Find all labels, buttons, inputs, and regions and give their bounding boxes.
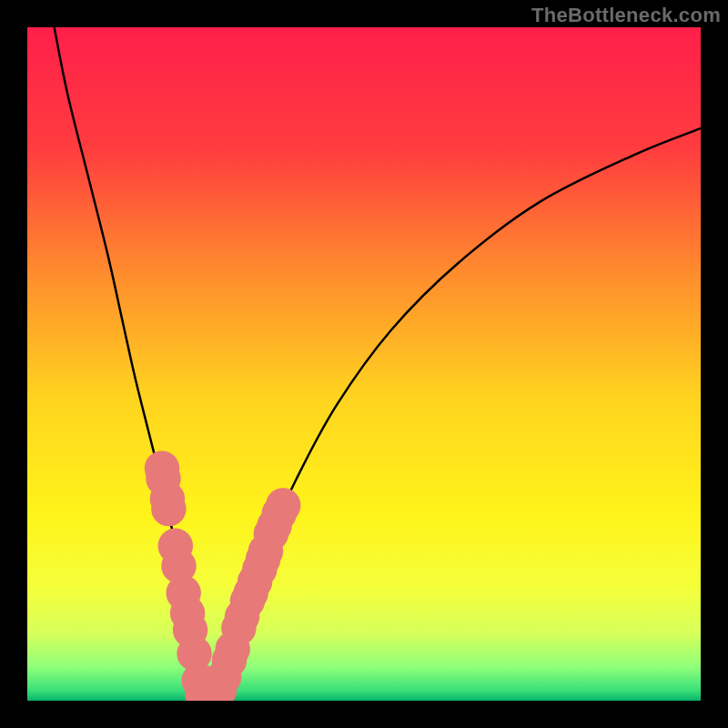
- data-marker: [151, 491, 186, 526]
- bottleneck-chart: [27, 27, 701, 701]
- stage: TheBottleneck.com: [0, 0, 728, 728]
- data-marker: [266, 488, 300, 522]
- attribution-text: TheBottleneck.com: [531, 4, 721, 27]
